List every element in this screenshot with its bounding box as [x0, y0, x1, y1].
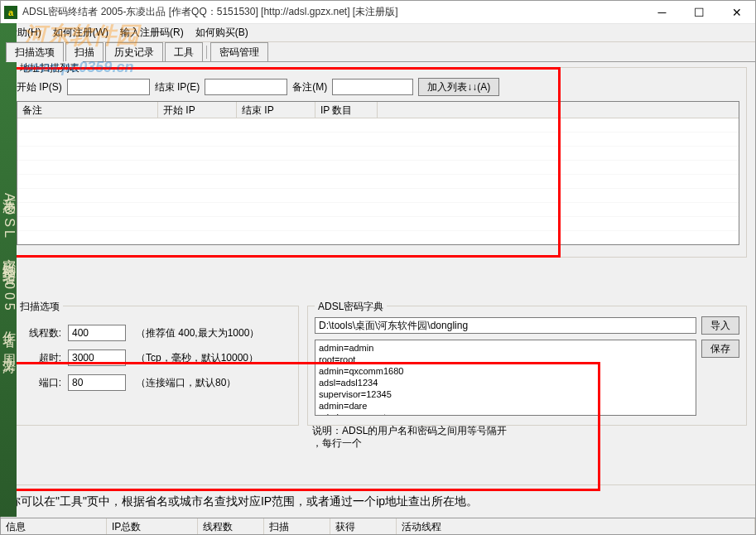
status-info: 信息 [1, 518, 107, 534]
start-ip-label: 开始 IP(S) [17, 80, 62, 94]
tab-separator [206, 46, 207, 59]
list-item[interactable]: admin=conexant [319, 412, 692, 416]
list-item[interactable]: adsl=adsl1234 [319, 377, 692, 388]
address-scan-list-group: 地址扫描列表 开始 IP(S) 结束 IP(E) 备注(M) 加入列表↓↓(A)… [9, 67, 747, 258]
threads-hint: （推荐值 400,最大为1000） [136, 326, 259, 340]
list-item[interactable]: supervisor=12345 [319, 388, 692, 400]
list-item[interactable]: admin=dare [319, 400, 692, 412]
timeout-label: 超时: [25, 351, 61, 365]
col-remark[interactable]: 备注 [17, 102, 158, 118]
address-group-legend: 地址扫描列表 [17, 61, 83, 75]
import-button[interactable]: 导入 [701, 316, 739, 335]
timeout-hint: （Tcp，毫秒，默认10000） [136, 351, 258, 365]
scan-group-legend: 扫描选项 [17, 300, 63, 314]
status-threads: 线程数 [198, 518, 264, 534]
end-ip-input[interactable] [205, 79, 287, 95]
list-item[interactable]: admin=admin [319, 342, 692, 354]
port-hint: （连接端口，默认80） [136, 376, 236, 390]
app-icon: a [4, 6, 17, 19]
titlebar: a ADSL密码终结者 2005-东凌出品 [作者QQ：5151530] [ht… [1, 1, 755, 24]
threads-label: 线程数: [25, 326, 61, 340]
tab-scan-options[interactable]: 扫描选项 [6, 42, 64, 62]
tabbar: 扫描选项 扫描 历史记录 工具 密码管理 [1, 42, 755, 62]
menubar: 帮助(H) 如何注册(W) 输入注册码(R) 如何购买(B) [1, 24, 755, 42]
list-item[interactable]: admin=qxcomm1680 [319, 365, 692, 377]
table-body[interactable] [17, 118, 739, 245]
dict-note-1: 说明：ADSL的用户名和密码之间用等号隔开 [312, 425, 507, 436]
col-spacer [378, 102, 739, 118]
adsl-dictionary-group: ADSL密码字典 导入 admin=admin root=root admin=… [307, 306, 747, 426]
maximize-button[interactable]: ☐ [681, 1, 718, 24]
port-input[interactable] [68, 374, 126, 391]
tip-text: 你可以在"工具"页中，根据省名或城市名查找对应IP范围，或者通过一个ip地址查出… [9, 494, 478, 509]
ip-table[interactable]: 备注 开始 IP 结束 IP IP 数目 [17, 101, 739, 245]
col-ip-count[interactable]: IP 数目 [315, 102, 378, 118]
window-title: ADSL密码终结者 2005-东凌出品 [作者QQ：5151530] [http… [22, 5, 643, 19]
dict-path-input[interactable] [315, 317, 696, 334]
menu-buy[interactable]: 如何购买(B) [195, 26, 248, 40]
close-button[interactable]: ✕ [718, 1, 755, 24]
dict-listbox[interactable]: admin=admin root=root admin=qxcomm1680 a… [315, 340, 696, 416]
statusbar: 信息 IP总数 线程数 扫描 获得 活动线程 [1, 518, 755, 534]
main-panel: 地址扫描列表 开始 IP(S) 结束 IP(E) 备注(M) 加入列表↓↓(A)… [1, 62, 755, 484]
start-ip-input[interactable] [67, 79, 150, 95]
scan-options-group: 扫描选项 线程数: （推荐值 400,最大为1000） 超时: （Tcp，毫秒，… [9, 306, 299, 426]
col-start-ip[interactable]: 开始 IP [158, 102, 237, 118]
remark-label: 备注(M) [292, 80, 327, 94]
tab-password-manager[interactable]: 密码管理 [210, 42, 268, 61]
save-button[interactable]: 保存 [701, 340, 739, 358]
port-label: 端口: [25, 376, 61, 390]
end-ip-label: 结束 IP(E) [155, 80, 200, 94]
status-iptotal: IP总数 [107, 518, 198, 534]
status-scan: 扫描 [264, 518, 330, 534]
remark-input[interactable] [332, 79, 413, 95]
menu-register[interactable]: 如何注册(W) [53, 26, 108, 40]
table-header: 备注 开始 IP 结束 IP IP 数目 [17, 102, 739, 118]
menu-inputcode[interactable]: 输入注册码(R) [120, 26, 184, 40]
status-active: 活动线程 [397, 518, 755, 534]
tab-history[interactable]: 历史记录 [105, 42, 163, 61]
menu-help[interactable]: 帮助(H) [7, 26, 41, 40]
col-end-ip[interactable]: 结束 IP [237, 102, 315, 118]
dict-group-legend: ADSL密码字典 [315, 300, 387, 314]
dict-note-2: ，每行一个 [312, 437, 362, 449]
timeout-input[interactable] [68, 349, 126, 366]
tip-bar: 你可以在"工具"页中，根据省名或城市名查找对应IP范围，或者通过一个ip地址查出… [1, 484, 755, 518]
list-item[interactable]: root=root [319, 354, 692, 365]
add-to-list-button[interactable]: 加入列表↓↓(A) [418, 78, 499, 96]
tab-scan[interactable]: 扫描 [65, 42, 104, 61]
status-got: 获得 [330, 518, 397, 534]
minimize-button[interactable]: ─ [643, 1, 681, 24]
tab-tools[interactable]: 工具 [165, 42, 203, 61]
threads-input[interactable] [68, 325, 126, 341]
